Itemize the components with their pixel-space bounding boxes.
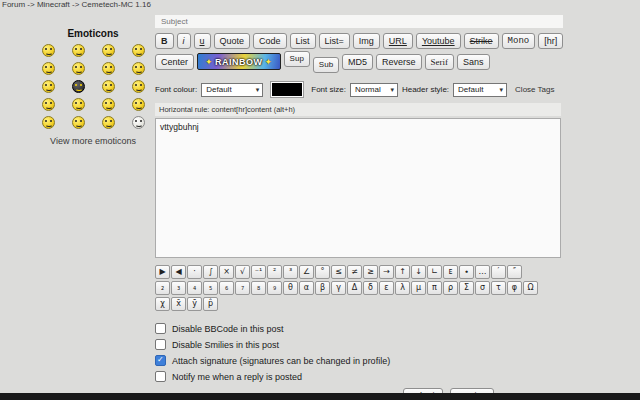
message-textarea[interactable]: vttygbuhnj [155, 118, 561, 258]
special-char-button[interactable]: Δ [347, 281, 362, 295]
bbcode-sup-button[interactable]: Sup [284, 51, 310, 67]
post-option-checkbox[interactable] [155, 323, 166, 334]
special-char-button[interactable]: ₃ [171, 281, 186, 295]
special-char-button[interactable]: ∟ [427, 265, 442, 279]
emoticon-cool[interactable] [72, 62, 85, 75]
special-char-button[interactable]: σ [475, 281, 490, 295]
bbcode-code-button[interactable]: Code [253, 33, 287, 49]
bbcode-i-button[interactable]: i [177, 33, 191, 49]
emoticon-sad[interactable] [72, 116, 85, 129]
bbcode-reverse-button[interactable]: Reverse [376, 54, 422, 70]
font-size-select[interactable]: Normal ▾ [350, 83, 398, 97]
bbcode-img-button[interactable]: Img [353, 33, 380, 49]
subject-input[interactable] [155, 15, 563, 28]
special-char-button[interactable]: √ [235, 265, 250, 279]
special-char-button[interactable]: ₆ [219, 281, 234, 295]
special-char-button[interactable]: ↓ [411, 265, 426, 279]
special-char-button[interactable]: ″ [507, 265, 522, 279]
emoticon-razz[interactable] [42, 62, 55, 75]
special-char-button[interactable]: ▶ [155, 265, 170, 279]
special-char-button[interactable]: ≠ [347, 265, 362, 279]
special-char-button[interactable]: ₇ [235, 281, 250, 295]
bbcode-md5-button[interactable]: MD5 [342, 54, 373, 70]
emoticon-confused[interactable] [42, 80, 55, 93]
special-char-button[interactable]: ₄ [187, 281, 202, 295]
emoticon-smirk[interactable] [102, 98, 115, 111]
special-char-button[interactable]: ₅ [203, 281, 218, 295]
special-char-button[interactable]: ↑ [395, 265, 410, 279]
special-char-button[interactable]: ȳ [187, 297, 202, 311]
special-char-button[interactable]: θ [283, 281, 298, 295]
emoticon-blush[interactable] [132, 98, 145, 111]
bbcode-b-button[interactable]: B [155, 33, 174, 49]
view-more-emoticons-link[interactable]: View more emoticons [28, 136, 158, 146]
emoticon-shock[interactable] [132, 44, 145, 57]
emoticon-cry[interactable] [102, 80, 115, 93]
special-char-button[interactable]: → [379, 265, 394, 279]
special-char-button[interactable]: ≥ [363, 265, 378, 279]
special-char-button[interactable]: λ [395, 281, 410, 295]
emoticon-neutral[interactable] [72, 44, 85, 57]
special-char-button[interactable]: ◀ [171, 265, 186, 279]
emoticon-nerd[interactable] [132, 116, 145, 129]
special-char-button[interactable]: ρ [443, 281, 458, 295]
special-char-button[interactable]: γ [331, 281, 346, 295]
post-option-checkbox[interactable] [155, 371, 166, 382]
special-char-button[interactable]: π [427, 281, 442, 295]
special-char-button[interactable]: ° [315, 265, 330, 279]
special-char-button[interactable]: β [315, 281, 330, 295]
special-char-button[interactable]: τ [491, 281, 506, 295]
special-char-button[interactable]: φ [507, 281, 522, 295]
emoticon-lol[interactable] [42, 98, 55, 111]
special-char-button[interactable]: Ω [523, 281, 538, 295]
font-colour-select[interactable]: Default ▾ [201, 83, 263, 97]
special-char-button[interactable]: p̂ [203, 297, 218, 311]
emoticon-smile[interactable] [42, 44, 55, 57]
bbcode-quote-button[interactable]: Quote [214, 33, 251, 49]
bbcode-sub-button[interactable]: Sub [313, 57, 339, 73]
emoticon-happy[interactable] [102, 116, 115, 129]
emoticon-laugh[interactable] [102, 44, 115, 57]
special-char-button[interactable]: ∠ [299, 265, 314, 279]
special-char-button[interactable]: × [219, 265, 234, 279]
special-char-button[interactable]: ³ [283, 265, 298, 279]
post-option-checkbox[interactable] [155, 355, 166, 366]
special-char-button[interactable]: ₈ [251, 281, 266, 295]
bbcode-list-button[interactable]: List [290, 33, 316, 49]
breadcrumb[interactable]: Forum -> Minecraft -> Cemetech-MC 1.16 [2, 0, 151, 9]
bbcode-sans-button[interactable]: Sans [457, 54, 490, 70]
emoticon-rolleyes[interactable] [132, 80, 145, 93]
bbcode-u-button[interactable]: u [194, 33, 211, 49]
special-char-button[interactable]: ² [267, 265, 282, 279]
bbcode-rainbow-button[interactable]: RAINBOW [197, 53, 281, 70]
bbcode-center-button[interactable]: Center [155, 54, 194, 70]
special-char-button[interactable]: ∙ [459, 265, 474, 279]
special-char-button[interactable]: ₉ [267, 281, 282, 295]
bbcode-list-button[interactable]: List= [319, 33, 350, 49]
bbcode-strike-button[interactable]: Strike [464, 33, 499, 49]
emoticon-grin[interactable] [102, 62, 115, 75]
post-option-checkbox[interactable] [155, 339, 166, 350]
emoticon-dizzy[interactable] [42, 116, 55, 129]
special-char-button[interactable]: ε [379, 281, 394, 295]
special-char-button[interactable]: x̄ [171, 297, 186, 311]
special-char-button[interactable]: ∫ [203, 265, 218, 279]
special-char-button[interactable]: χ [155, 297, 170, 311]
bbcode-url-button[interactable]: URL [383, 33, 413, 49]
bbcode-hr-button[interactable]: [hr] [538, 33, 563, 49]
special-char-button[interactable]: α [299, 281, 314, 295]
emoticon-smile2[interactable] [72, 98, 85, 111]
special-char-button[interactable]: Σ [459, 281, 474, 295]
emoticon-wink[interactable] [132, 62, 145, 75]
close-tags-link[interactable]: Close Tags [515, 85, 554, 94]
bbcode-youtube-button[interactable]: Youtube [416, 33, 461, 49]
header-style-select[interactable]: Default ▾ [453, 83, 507, 97]
emoticon-evil[interactable] [72, 80, 85, 93]
special-char-button[interactable]: · [187, 265, 202, 279]
special-char-button[interactable]: ′ [491, 265, 506, 279]
special-char-button[interactable]: ≤ [331, 265, 346, 279]
bbcode-mono-button[interactable]: Mono [502, 33, 536, 49]
colour-swatch[interactable] [271, 82, 303, 97]
bbcode-serif-button[interactable]: Serif [425, 54, 455, 70]
special-char-button[interactable]: ᴇ [443, 265, 458, 279]
